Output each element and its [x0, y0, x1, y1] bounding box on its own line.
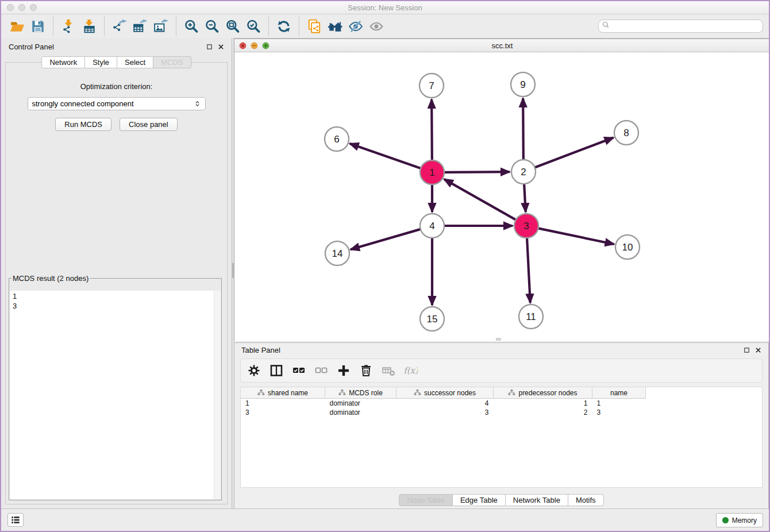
tab-select[interactable]: Select	[117, 56, 153, 68]
graph-edge-3-11[interactable]	[527, 238, 530, 303]
graph-edge-3-10[interactable]	[538, 228, 614, 244]
graph-node-9[interactable]: 9	[511, 72, 535, 97]
tab-style[interactable]: Style	[85, 56, 117, 68]
graph-edge-3-1[interactable]	[444, 179, 516, 220]
graph-node-11[interactable]: 11	[519, 304, 543, 329]
horizontal-splitter-grip[interactable]	[496, 338, 501, 341]
table-panel: Table Panel f(x) shared nameMCDS rolesuc…	[234, 342, 769, 509]
table-cell[interactable]: 2	[494, 408, 592, 417]
graph-node-14[interactable]: 14	[325, 241, 349, 265]
column-header-successor-nodes[interactable]: successor nodes	[396, 387, 494, 399]
graph-node-7[interactable]: 7	[419, 74, 444, 98]
graph-node-1[interactable]: 1	[420, 160, 444, 184]
export-table-icon[interactable]	[130, 17, 151, 36]
close-table-panel-icon[interactable]	[755, 347, 761, 353]
run-mcds-button[interactable]: Run MCDS	[55, 118, 111, 131]
table-cell[interactable]: 1	[592, 399, 646, 408]
toolbar-group	[104, 17, 171, 36]
import-table-icon[interactable]	[79, 17, 99, 36]
window-title: Session: New Session	[1, 3, 769, 12]
graph-edge-1-7[interactable]	[432, 99, 432, 160]
network-canvas[interactable]: 7968124314101511	[234, 52, 770, 341]
table-panel-tabs: Node TableEdge TableNetwork TableMotifs	[234, 494, 768, 506]
column-header-shared-name[interactable]: shared name	[241, 387, 325, 399]
zoom-in-icon[interactable]	[181, 17, 202, 36]
maximize-window-button[interactable]	[30, 4, 37, 11]
table-cell[interactable]: 1	[241, 399, 325, 408]
float-table-panel-icon[interactable]	[744, 347, 750, 353]
table-cell[interactable]: 3	[396, 408, 494, 417]
network-view-window: scc.txt 7968124314101511	[234, 38, 770, 341]
table-cell[interactable]: 1	[494, 399, 592, 408]
graph-node-15[interactable]: 15	[420, 307, 444, 331]
task-list-button[interactable]	[7, 513, 24, 527]
houses-icon[interactable]	[325, 17, 345, 36]
zoom-fit-icon[interactable]	[222, 17, 243, 36]
table-cell[interactable]: 4	[396, 399, 494, 408]
clone-network-icon[interactable]	[304, 17, 325, 36]
graph-node-8[interactable]: 8	[614, 121, 638, 145]
tab-network-table[interactable]: Network Table	[506, 494, 568, 506]
result-scrollbar[interactable]	[214, 291, 221, 499]
graph-edge-2-9[interactable]	[523, 98, 523, 160]
split-view-icon[interactable]	[269, 363, 284, 378]
export-network-icon[interactable]	[109, 17, 130, 36]
control-panel-title: Control Panel	[9, 43, 54, 51]
save-icon[interactable]	[28, 17, 48, 36]
network-graph: 7968124314101511	[234, 52, 770, 341]
svg-text:15: 15	[427, 314, 438, 325]
column-header-name[interactable]: name	[592, 387, 646, 399]
graph-edge-1-2[interactable]	[444, 172, 510, 172]
graph-edge-1-6[interactable]	[350, 144, 421, 168]
toolbar-icon-groups	[7, 17, 387, 36]
table-cell[interactable]: dominator	[325, 408, 396, 417]
gear-icon[interactable]	[247, 363, 261, 378]
table-cell[interactable]: dominator	[325, 399, 396, 408]
graph-edge-2-8[interactable]	[535, 138, 614, 168]
svg-text:8: 8	[623, 128, 629, 138]
open-folder-icon[interactable]	[7, 17, 28, 36]
column-header-predecessor-nodes[interactable]: predecessor nodes	[494, 387, 592, 399]
graph-node-10[interactable]: 10	[615, 235, 640, 259]
table-row: 3dominator323	[241, 408, 646, 417]
import-network-icon[interactable]	[58, 17, 79, 36]
graph-node-4[interactable]: 4	[420, 214, 444, 238]
deselect-all-icon[interactable]	[314, 363, 329, 378]
graph-edge-2-3[interactable]	[524, 184, 526, 212]
table-cell[interactable]: 3	[241, 408, 325, 417]
network-window-title: scc.txt	[234, 41, 770, 50]
close-window-button[interactable]	[7, 4, 14, 11]
graph-node-6[interactable]: 6	[325, 127, 349, 151]
table-cell[interactable]: 3	[592, 408, 646, 417]
tab-edge-table[interactable]: Edge Table	[453, 494, 506, 506]
graph-node-3[interactable]: 3	[514, 214, 538, 238]
graph-node-2[interactable]: 2	[511, 160, 536, 184]
column-header-MCDS-role[interactable]: MCDS role	[325, 387, 396, 399]
network-maximize-button[interactable]	[262, 42, 270, 49]
zoom-selected-icon[interactable]	[243, 17, 264, 36]
zoom-out-icon[interactable]	[202, 17, 222, 36]
tab-node-table[interactable]: Node Table	[399, 494, 453, 506]
graph-edge-4-14[interactable]	[351, 229, 421, 249]
hide-eye-icon[interactable]	[345, 17, 366, 36]
network-close-button[interactable]	[239, 42, 247, 49]
refresh-icon[interactable]	[274, 17, 294, 36]
minimize-window-button[interactable]	[18, 4, 25, 11]
tab-motifs[interactable]: Motifs	[568, 494, 604, 506]
network-minimize-button[interactable]	[251, 42, 258, 49]
search-box[interactable]	[598, 20, 763, 33]
titlebar: Session: New Session	[1, 1, 769, 14]
trash-icon[interactable]	[359, 363, 374, 378]
criterion-dropdown[interactable]: strongly connected component	[28, 97, 206, 110]
float-panel-icon[interactable]	[206, 44, 213, 50]
add-icon[interactable]	[336, 363, 351, 378]
close-panel-icon[interactable]	[218, 44, 224, 50]
tab-network[interactable]: Network	[41, 56, 85, 68]
search-input[interactable]	[612, 22, 760, 31]
select-all-icon[interactable]	[291, 363, 306, 378]
memory-button[interactable]: Memory	[716, 513, 763, 527]
delete-table-icon	[381, 363, 396, 378]
tab-mcds[interactable]: MCDS	[153, 56, 191, 68]
close-panel-button[interactable]: Close panel	[120, 118, 178, 131]
export-image-icon[interactable]	[151, 17, 171, 36]
